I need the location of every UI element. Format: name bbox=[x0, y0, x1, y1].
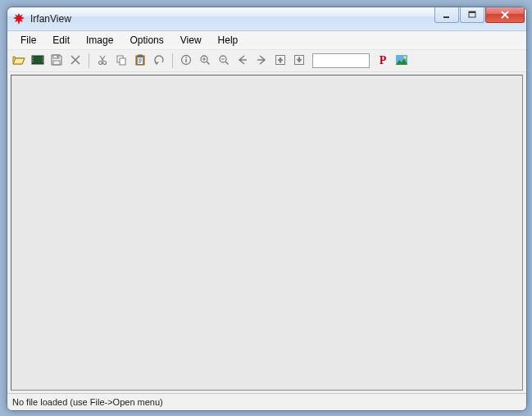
svg-rect-15 bbox=[57, 55, 59, 57]
first-file-button[interactable] bbox=[272, 53, 289, 69]
app-window: IrfanView File Edit Image Options View H… bbox=[7, 7, 527, 411]
svg-rect-0 bbox=[443, 16, 449, 18]
arrow-left-icon bbox=[237, 54, 248, 68]
maximize-button[interactable] bbox=[460, 7, 484, 23]
arrow-down-boxed-icon bbox=[293, 54, 305, 68]
zoom-out-button[interactable] bbox=[216, 53, 232, 69]
jump-input[interactable] bbox=[312, 53, 370, 68]
svg-rect-16 bbox=[53, 61, 60, 65]
open-button[interactable] bbox=[11, 53, 27, 69]
svg-rect-11 bbox=[43, 58, 43, 59]
menu-view[interactable]: View bbox=[172, 32, 210, 48]
toolbar-separator bbox=[172, 53, 173, 68]
paint-button[interactable]: P bbox=[375, 53, 391, 69]
save-icon bbox=[50, 53, 63, 69]
statusbar: No file loaded (use File->Open menu) bbox=[7, 393, 526, 410]
copy-button[interactable] bbox=[113, 53, 130, 69]
toolbar-separator bbox=[89, 53, 89, 68]
menu-image[interactable]: Image bbox=[78, 32, 121, 48]
toolbar: P bbox=[7, 50, 526, 72]
copy-icon bbox=[116, 54, 127, 68]
svg-rect-26 bbox=[185, 59, 187, 62]
menu-options[interactable]: Options bbox=[121, 32, 171, 48]
slideshow-icon bbox=[31, 53, 44, 69]
window-controls bbox=[434, 7, 526, 30]
zoom-in-button[interactable] bbox=[197, 53, 213, 69]
p-icon: P bbox=[380, 54, 387, 67]
svg-point-25 bbox=[185, 57, 187, 58]
svg-rect-6 bbox=[33, 57, 34, 57]
arrow-right-icon bbox=[256, 54, 267, 68]
menu-edit[interactable]: Edit bbox=[44, 32, 78, 48]
menubar: File Edit Image Options View Help bbox=[7, 31, 526, 50]
svg-rect-7 bbox=[33, 58, 34, 59]
app-icon bbox=[12, 12, 25, 25]
clipboard-icon bbox=[134, 54, 146, 68]
last-file-button[interactable] bbox=[291, 53, 307, 69]
arrow-up-boxed-icon bbox=[275, 54, 286, 68]
svg-rect-13 bbox=[43, 62, 43, 62]
info-button[interactable] bbox=[178, 53, 194, 69]
svg-rect-3 bbox=[32, 56, 43, 64]
save-button[interactable] bbox=[48, 53, 65, 69]
svg-point-18 bbox=[103, 61, 107, 64]
svg-rect-9 bbox=[33, 62, 34, 62]
svg-rect-8 bbox=[33, 60, 34, 61]
menu-help[interactable]: Help bbox=[210, 32, 247, 48]
minimize-button[interactable] bbox=[434, 7, 459, 23]
svg-rect-20 bbox=[120, 58, 125, 65]
status-text: No file loaded (use File->Open menu) bbox=[12, 397, 163, 407]
prev-button[interactable] bbox=[234, 53, 251, 69]
landscape-icon bbox=[395, 53, 408, 69]
open-folder-icon bbox=[12, 53, 25, 69]
svg-rect-2 bbox=[469, 11, 475, 13]
svg-rect-23 bbox=[139, 55, 142, 57]
titlebar: IrfanView bbox=[7, 7, 526, 31]
window-title: IrfanView bbox=[30, 13, 434, 25]
scissors-icon bbox=[97, 54, 108, 68]
undo-icon bbox=[153, 54, 165, 68]
info-icon bbox=[180, 54, 192, 68]
zoom-in-icon bbox=[199, 54, 211, 68]
svg-rect-12 bbox=[43, 60, 43, 61]
close-button[interactable] bbox=[485, 7, 525, 23]
paste-button[interactable] bbox=[132, 53, 148, 69]
slideshow-button[interactable] bbox=[30, 53, 46, 69]
svg-rect-10 bbox=[43, 57, 43, 57]
undo-button[interactable] bbox=[151, 53, 167, 69]
svg-point-17 bbox=[99, 61, 102, 64]
next-button[interactable] bbox=[253, 53, 270, 69]
zoom-out-icon bbox=[218, 54, 230, 68]
delete-x-icon bbox=[70, 54, 81, 68]
image-canvas bbox=[11, 75, 523, 391]
cut-button[interactable] bbox=[94, 53, 111, 69]
acquire-button[interactable] bbox=[393, 53, 410, 69]
svg-point-32 bbox=[403, 56, 407, 59]
delete-button[interactable] bbox=[67, 53, 84, 69]
menu-file[interactable]: File bbox=[12, 32, 44, 48]
